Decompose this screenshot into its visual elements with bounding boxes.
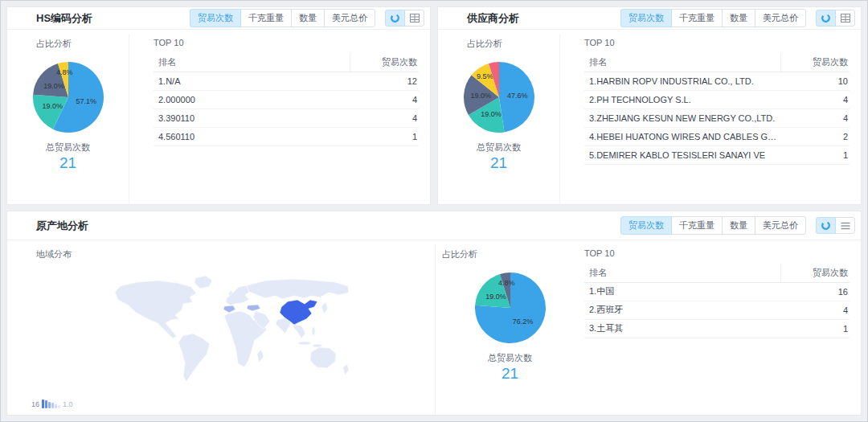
value-cell: 4 — [780, 109, 850, 127]
table-icon — [410, 14, 420, 23]
pie-view-toggle-button[interactable] — [816, 10, 836, 27]
value-cell: 12 — [350, 72, 419, 90]
hs-pie-chart[interactable]: 57.1%19.0%19.0%4.8% — [31, 60, 105, 134]
value-cell: 16 — [780, 282, 850, 301]
section-label-top10: TOP 10 — [584, 38, 615, 47]
value-cell: 4 — [780, 90, 850, 109]
total-trades-value: 21 — [502, 365, 518, 383]
table-row[interactable]: 3.土耳其1 — [584, 319, 850, 338]
rank-cell: 1.N/A — [154, 72, 350, 90]
panel-supplier-analysis: 供应商分析 贸易次数千克重量数量美元总价 占比分析 — [437, 6, 862, 205]
metric-button[interactable]: 数量 — [722, 216, 755, 235]
trade-analytics-dashboard: HS编码分析 贸易次数千克重量数量美元总价 占比分析 — [0, 0, 868, 422]
pie-chart-icon — [821, 220, 831, 231]
metric-button[interactable]: 美元总价 — [755, 9, 806, 27]
table-view-toggle-button[interactable] — [835, 10, 855, 27]
table-row[interactable]: 2.0000004 — [154, 90, 419, 109]
pie-slice-label: 4.8% — [56, 68, 73, 76]
map-new-zealand — [343, 364, 349, 375]
table-row[interactable]: 1.HARBIN ROPV INDUSTRIAL CO., LTD.10 — [584, 72, 850, 90]
value-cell: 1 — [780, 145, 850, 164]
top10-section: TOP 10 排名 贸易次数 1.HARBIN ROPV INDUSTRIAL … — [560, 34, 861, 204]
header-controls: 贸易次数千克重量数量美元总价 — [620, 216, 855, 235]
map-country-turkey[interactable] — [247, 305, 260, 311]
column-header-rank: 排名 — [584, 264, 780, 282]
proportion-section: 占比分析 47.6%19.0%19.0%9.5% 总贸易次数 21 — [438, 34, 560, 204]
map-australia — [310, 347, 336, 368]
metric-button[interactable]: 千克重量 — [671, 216, 723, 235]
list-view-toggle-button[interactable] — [835, 217, 855, 234]
pie-slice-label: 19.0% — [481, 110, 502, 118]
rank-cell: 3.土耳其 — [584, 319, 780, 338]
map-south-america — [178, 334, 210, 382]
pie-slice-label: 19.0% — [470, 92, 491, 100]
rank-cell: 5.DEMIRER KABLO TESISLERI SANAYI VE — [584, 145, 780, 164]
legend-min-value: 1.0 — [63, 400, 73, 408]
panel-header: HS编码分析 贸易次数千克重量数量美元总价 — [7, 7, 430, 30]
origin-right-section: 占比分析 76.2%19.0%4.8% 总贸易次数 21 TOP 10 排名 贸… — [436, 244, 861, 415]
pie-slice-label: 4.8% — [498, 279, 515, 287]
table-view-toggle-button[interactable] — [404, 10, 424, 27]
column-header-rank: 排名 — [584, 53, 780, 72]
world-map[interactable] — [112, 273, 353, 386]
value-cell: 4 — [350, 90, 419, 109]
metric-button[interactable]: 数量 — [722, 9, 755, 27]
table-row[interactable]: 1.N/A12 — [154, 72, 419, 90]
metric-button[interactable]: 贸易次数 — [190, 9, 241, 27]
metric-button-group: 贸易次数千克重量数量美元总价 — [620, 9, 806, 27]
rank-cell: 4.HEBEI HUATONG WIRES AND CABLES GROUP C… — [584, 127, 780, 145]
section-label-top10: TOP 10 — [584, 248, 615, 258]
metric-button[interactable]: 千克重量 — [240, 9, 292, 27]
pie-view-toggle-button[interactable] — [816, 217, 836, 234]
panel-title: 供应商分析 — [467, 11, 519, 26]
metric-button[interactable]: 千克重量 — [671, 9, 723, 27]
metric-button-group: 贸易次数千克重量数量美元总价 — [620, 216, 806, 235]
metric-button[interactable]: 贸易次数 — [620, 9, 672, 27]
panel-title: 原产地分析 — [36, 219, 88, 233]
table-row[interactable]: 5.DEMIRER KABLO TESISLERI SANAYI VE1 — [584, 145, 850, 164]
table-row[interactable]: 4.HEBEI HUATONG WIRES AND CABLES GROUP C… — [584, 127, 850, 145]
map-philippines — [312, 327, 315, 335]
rank-cell: 4.560110 — [154, 127, 350, 145]
rank-cell: 2.PH TECHNOLOGY S.L. — [584, 90, 780, 109]
table-row[interactable]: 4.5601101 — [154, 127, 419, 145]
pie-view-toggle-button[interactable] — [385, 10, 405, 27]
top10-table: 排名 贸易次数 1.中国162.西班牙43.土耳其1 — [584, 264, 850, 338]
origin-pie-chart[interactable]: 76.2%19.0%4.8% — [473, 271, 547, 345]
metric-button[interactable]: 美元总价 — [324, 9, 375, 27]
metric-button[interactable]: 数量 — [291, 9, 325, 27]
list-icon — [841, 222, 850, 230]
panel-header: 原产地分析 贸易次数千克重量数量美元总价 — [7, 211, 861, 240]
supplier-pie-chart[interactable]: 47.6%19.0%19.0%9.5% — [462, 60, 536, 134]
table-row[interactable]: 1.中国16 — [584, 282, 850, 301]
map-madagascar — [257, 350, 264, 363]
map-indonesia — [298, 342, 311, 345]
table-row[interactable]: 2.西班牙4 — [584, 301, 850, 319]
top10-section: TOP 10 排名 贸易次数 1.中国162.西班牙43.土耳其1 — [584, 244, 861, 415]
rank-cell: 1.中国 — [584, 282, 780, 301]
metric-button[interactable]: 贸易次数 — [620, 216, 672, 235]
map-country-spain[interactable] — [223, 305, 235, 313]
map-visualmap-legend[interactable]: 16 1.0 — [31, 399, 435, 408]
value-cell: 1 — [350, 127, 419, 145]
section-label-proportion: 占比分析 — [436, 248, 477, 260]
metric-button[interactable]: 美元总价 — [755, 216, 806, 235]
column-header-trade-count: 贸易次数 — [350, 53, 419, 72]
map-southeast-asia — [293, 324, 305, 338]
section-label-proportion: 占比分析 — [438, 38, 502, 50]
top10-table: 排名 贸易次数 1.N/A122.00000043.39011044.56011… — [154, 53, 419, 146]
panel-title: HS编码分析 — [36, 11, 92, 26]
proportion-section: 占比分析 76.2%19.0%4.8% 总贸易次数 21 — [436, 244, 584, 415]
section-label-region: 地域分布 — [7, 248, 72, 260]
legend-bar — [51, 403, 54, 408]
legend-bar — [55, 404, 57, 408]
legend-max-value: 16 — [31, 400, 39, 408]
pie-chart-icon — [821, 13, 831, 23]
table-row[interactable]: 3.ZHEJIANG KESUN NEW ENERGY CO.,LTD.4 — [584, 109, 850, 127]
pie-slice-label: 47.6% — [507, 92, 528, 100]
table-row[interactable]: 2.PH TECHNOLOGY S.L.4 — [584, 90, 850, 109]
table-row[interactable]: 3.3901104 — [154, 109, 419, 127]
top-row: HS编码分析 贸易次数千克重量数量美元总价 占比分析 — [6, 6, 862, 205]
map-indonesia-east — [313, 344, 322, 347]
legend-bar — [45, 400, 47, 408]
